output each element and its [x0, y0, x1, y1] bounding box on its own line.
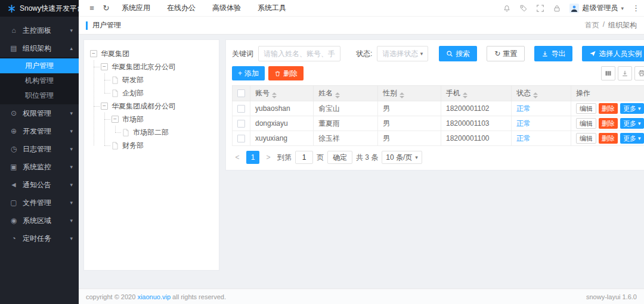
- keyword-input[interactable]: [258, 46, 340, 61]
- sort-icon[interactable]: [463, 92, 467, 98]
- select-all-header[interactable]: [233, 86, 250, 101]
- top-menu-system-app[interactable]: 系统应用: [122, 3, 150, 13]
- sort-icon[interactable]: [335, 92, 340, 98]
- tree-collapse-icon[interactable]: −: [112, 116, 119, 123]
- sidebar-item-permission-mgmt[interactable]: ⊙权限管理▾: [0, 104, 79, 122]
- sidebar-item-system-monitor[interactable]: ▣系统监控▾: [0, 158, 79, 176]
- row-more-button[interactable]: 更多▾: [620, 118, 644, 129]
- sidebar-item-dev-mgmt[interactable]: ⊕开发管理▾: [0, 122, 79, 140]
- top-menu-advanced-experience[interactable]: 高级体验: [212, 3, 241, 13]
- tree-row-market-dept[interactable]: −市场部: [112, 113, 213, 126]
- chevron-down-icon: ▾: [70, 164, 73, 170]
- row-checkbox[interactable]: [237, 105, 245, 113]
- tree-collapse-icon[interactable]: −: [101, 63, 108, 70]
- file-leaf-icon: [112, 142, 119, 150]
- row-delete-button[interactable]: 删除: [599, 118, 618, 129]
- tree-node-label[interactable]: 市场部: [122, 114, 144, 125]
- tree-row-chengdu-branch[interactable]: −华夏集团成都分公司: [101, 100, 213, 113]
- column-header-phone[interactable]: 手机: [441, 86, 512, 101]
- tree-children: −华夏集团北京分公司研发部企划部−华夏集团成都分公司−市场部市场部二部财务部: [90, 60, 213, 152]
- top-menu-system-tools[interactable]: 系统工具: [258, 3, 286, 13]
- tree-row-beijing-branch[interactable]: −华夏集团北京分公司: [101, 60, 213, 73]
- tree-node-label[interactable]: 华夏集团: [101, 49, 129, 59]
- tree-node-label[interactable]: 企划部: [122, 88, 144, 98]
- status-badge[interactable]: 正常: [516, 134, 531, 142]
- tree-collapse-icon[interactable]: −: [101, 103, 108, 110]
- app-logo[interactable]: Snowy快速开发平台: [0, 0, 79, 17]
- row-more-button[interactable]: 更多▾: [620, 133, 644, 144]
- user-menu[interactable]: 超级管理员 ▾: [569, 3, 624, 13]
- tree-node-label[interactable]: 华夏集团成都分公司: [112, 101, 176, 111]
- column-header-gender[interactable]: 性别: [378, 86, 441, 101]
- column-header-status[interactable]: 状态: [512, 86, 571, 101]
- column-label: 操作: [576, 89, 590, 97]
- tree-row-market-dept-2[interactable]: 市场部二部: [122, 126, 213, 139]
- pagination-prev[interactable]: <: [232, 151, 243, 164]
- sidebar-item-organization[interactable]: ▤组织架构▴: [0, 39, 79, 57]
- more-menu-icon[interactable]: ⋮: [632, 4, 638, 13]
- add-button[interactable]: + 添加: [232, 66, 265, 80]
- row-select-cell: [233, 101, 250, 116]
- refresh-icon[interactable]: ↻: [99, 4, 113, 13]
- sidebar-item-file-mgmt[interactable]: ▢文件管理▾: [0, 194, 79, 212]
- select-all-checkbox[interactable]: [237, 89, 245, 97]
- status-badge[interactable]: 正常: [516, 119, 531, 128]
- bell-icon[interactable]: [503, 4, 511, 13]
- pagination-next[interactable]: >: [263, 151, 274, 164]
- column-header-account[interactable]: 账号: [250, 86, 314, 101]
- column-header-name[interactable]: 姓名: [314, 86, 378, 101]
- breadcrumb-home[interactable]: 首页: [585, 20, 599, 30]
- tag-icon[interactable]: [519, 4, 528, 13]
- sidebar-item-dashboard[interactable]: ⌂主控面板▾: [0, 21, 79, 39]
- row-edit-button[interactable]: 编辑: [576, 103, 596, 114]
- row-delete-button[interactable]: 删除: [599, 133, 618, 144]
- sidebar-subitem-position-mgmt[interactable]: 职位管理: [0, 88, 79, 103]
- footer-link[interactable]: xiaonuo.vip: [137, 293, 171, 300]
- sort-icon[interactable]: [272, 92, 277, 98]
- export-button[interactable]: 导出: [534, 46, 572, 61]
- tree-row-rd-dept[interactable]: 研发部: [112, 73, 213, 86]
- tree-row-group-huaxia[interactable]: −华夏集团: [90, 47, 213, 60]
- pagination-jump-input[interactable]: [295, 151, 313, 164]
- sidebar-subitem-user-mgmt[interactable]: 用户管理: [0, 58, 79, 73]
- pagination-page-1[interactable]: 1: [246, 151, 259, 164]
- tree-node-label[interactable]: 华夏集团北京分公司: [112, 62, 176, 72]
- sidebar-item-notice[interactable]: ◄通知公告▾: [0, 176, 79, 194]
- tree-node-label[interactable]: 研发部: [122, 75, 144, 85]
- status-select[interactable]: 请选择状态 ▾: [377, 46, 428, 61]
- row-checkbox[interactable]: [237, 135, 245, 142]
- tree-node-label[interactable]: 市场部二部: [133, 128, 169, 138]
- sidebar-item-log-mgmt[interactable]: ◷日志管理▾: [0, 140, 79, 158]
- cell-account: xuyuxiang: [250, 131, 314, 146]
- export-table-icon[interactable]: [618, 66, 632, 80]
- sidebar-item-system-region[interactable]: ◉系统区域▾: [0, 212, 79, 229]
- columns-filter-icon[interactable]: [601, 66, 615, 80]
- row-more-button[interactable]: 更多▾: [620, 103, 644, 114]
- reset-button[interactable]: ↻ 重置: [487, 46, 525, 61]
- lock-icon[interactable]: [553, 4, 561, 13]
- print-icon[interactable]: [634, 66, 644, 80]
- chevron-down-icon: ▾: [70, 235, 73, 241]
- pagination-confirm-button[interactable]: 确定: [327, 151, 352, 164]
- row-checkbox[interactable]: [237, 120, 245, 128]
- tree-row-planning-dept[interactable]: 企划部: [112, 86, 213, 100]
- row-delete-button[interactable]: 删除: [599, 103, 618, 114]
- sidebar-item-timer-task[interactable]: ◔定时任务▾: [0, 229, 79, 247]
- tree-node-market-dept: −市场部市场部二部: [112, 113, 213, 139]
- row-edit-button[interactable]: 编辑: [576, 118, 596, 129]
- tree-collapse-icon[interactable]: −: [90, 50, 97, 57]
- row-edit-button[interactable]: 编辑: [576, 133, 596, 144]
- sort-icon[interactable]: [533, 92, 538, 98]
- tree-node-label[interactable]: 财务部: [122, 141, 144, 151]
- delete-button[interactable]: 删除: [268, 66, 304, 80]
- tree-row-finance-dept[interactable]: 财务部: [112, 139, 213, 152]
- sort-icon[interactable]: [400, 92, 404, 98]
- page-size-select[interactable]: 10 条/页 ▾: [382, 151, 422, 164]
- fullscreen-icon[interactable]: [536, 4, 544, 13]
- sidebar-subitem-agency-mgmt[interactable]: 机构管理: [0, 73, 79, 88]
- status-badge[interactable]: 正常: [516, 104, 531, 113]
- select-person-button[interactable]: 选择人员实例: [582, 46, 644, 61]
- collapse-sidebar-icon[interactable]: ≡: [85, 4, 99, 13]
- top-menu-online-office[interactable]: 在线办公: [167, 3, 196, 13]
- search-button[interactable]: 搜索: [439, 46, 477, 61]
